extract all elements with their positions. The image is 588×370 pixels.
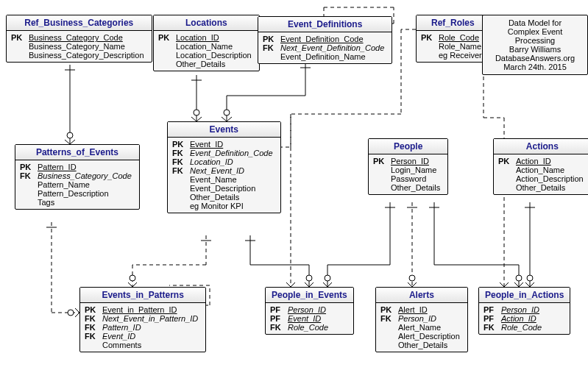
entity-actions: Actions PKAction_IDAction_NameAction_Des… xyxy=(493,138,588,195)
attribute-key xyxy=(18,180,38,189)
attribute-key xyxy=(18,198,38,207)
attribute-name: Event_ID xyxy=(288,314,325,323)
attribute-name: Other_Details xyxy=(398,341,452,349)
attribute-name: Password xyxy=(391,174,431,183)
attribute-row: PFEvent_ID xyxy=(269,314,350,323)
attribute-row: PKPerson_ID xyxy=(372,157,444,166)
entity-events-in-patterns: Events_in_Patterns PKEvent_in_Pattern_ID… xyxy=(79,287,206,352)
entity-people: People PKPerson_IDLogin_NamePasswordOthe… xyxy=(368,138,448,195)
attribute-name: Person_ID xyxy=(391,157,433,166)
svg-point-57 xyxy=(527,275,533,281)
attribute-name: Action_ID xyxy=(501,314,541,323)
attribute-key: PF xyxy=(269,314,288,323)
entity-body: PKBusiness_Category_CodeBusiness_Categor… xyxy=(7,31,152,62)
entity-title: Alerts xyxy=(376,288,467,303)
entity-event-definitions: Event_Definitions PKEvent_Definition_Cod… xyxy=(258,16,392,64)
svg-point-26 xyxy=(68,310,74,316)
attribute-key xyxy=(261,52,280,61)
attribute-row: eg Receiver xyxy=(419,51,486,60)
attribute-row: Login_Name xyxy=(372,166,444,174)
attribute-key: PK xyxy=(497,157,516,166)
attribute-key: PK xyxy=(261,35,280,43)
attribute-key: PK xyxy=(157,33,176,42)
attribute-key: FK xyxy=(482,323,501,332)
attribute-name: Role_Code xyxy=(501,323,546,332)
entity-title: Ref_Business_Categories xyxy=(7,15,152,31)
svg-point-46 xyxy=(325,275,330,281)
attribute-key: PF xyxy=(482,305,501,314)
info-line: DatabaseAnswers.org xyxy=(487,54,583,63)
attribute-key xyxy=(419,51,439,60)
entity-body: PKEvent_in_Pattern_IDFKNext_Event_in_Pat… xyxy=(80,303,205,352)
entity-events: Events PKEvent_IDFKEvent_Definition_Code… xyxy=(167,121,281,213)
entity-body: PFPerson_IDPFAction_IDFKRole_Code xyxy=(479,303,570,334)
entity-locations: Locations PKLocation_IDLocation_NameLoca… xyxy=(153,15,260,71)
attribute-name: Pattern_Name xyxy=(38,180,94,189)
attribute-row: FKNext_Event_Definition_Code xyxy=(261,43,389,52)
attribute-name: Person_ID xyxy=(288,305,330,314)
attribute-row: Event_Name xyxy=(171,175,277,184)
attribute-row: PKPattern_ID xyxy=(18,163,136,171)
attribute-row: FKNext_Event_in_Pattern_ID xyxy=(83,314,202,323)
attribute-key xyxy=(18,189,38,198)
svg-point-41 xyxy=(306,275,312,281)
entity-body: PKEvent_Definition_CodeFKNext_Event_Defi… xyxy=(258,32,392,63)
attribute-row: Role_Name xyxy=(419,42,486,51)
attribute-row: Password xyxy=(372,174,444,183)
attribute-name: Event_ID xyxy=(190,140,227,149)
attribute-row: Other_Details xyxy=(497,183,588,192)
attribute-name: Event_Definition_Name xyxy=(280,52,370,61)
info-box: Data Model for Complex Event Processing … xyxy=(482,15,588,75)
attribute-row: Business_Category_Description xyxy=(10,51,149,60)
entity-title: Event_Definitions xyxy=(258,17,392,32)
attribute-name: Business_Category_Code xyxy=(38,171,136,180)
attribute-row: FKPattern_ID xyxy=(83,323,202,332)
attribute-row: PKLocation_ID xyxy=(157,33,256,42)
attribute-key: FK xyxy=(83,314,102,323)
attribute-row: Event_Description xyxy=(171,184,277,193)
attribute-row: Business_Category_Name xyxy=(10,42,149,51)
attribute-name: Other_Details xyxy=(391,183,444,192)
attribute-row: FKLocation_ID xyxy=(171,157,277,166)
entity-people-in-actions: People_in_Actions PFPerson_IDPFAction_ID… xyxy=(478,287,570,335)
attribute-key: PK xyxy=(379,305,398,314)
entity-title: People xyxy=(369,139,447,154)
attribute-row: FKRole_Code xyxy=(482,323,567,332)
attribute-name: Action_ID xyxy=(516,157,556,166)
entity-body: PKRole_CodeRole_Nameeg Receiver xyxy=(417,31,489,62)
attribute-key: FK xyxy=(18,171,38,180)
attribute-row: Comments xyxy=(83,341,202,349)
attribute-name: Next_Event_Definition_Code xyxy=(280,43,389,52)
attribute-key xyxy=(171,202,190,210)
entity-body: PKLocation_IDLocation_NameLocation_Descr… xyxy=(154,31,259,71)
attribute-name: Event_Definition_Code xyxy=(280,35,368,43)
attribute-row: PFAction_ID xyxy=(482,314,567,323)
attribute-row: Other_Details xyxy=(157,60,256,68)
attribute-row: FKEvent_Definition_Code xyxy=(171,149,277,157)
attribute-key xyxy=(379,341,398,349)
attribute-name: Pattern_Description xyxy=(38,189,113,198)
info-line: Complex Event Processing xyxy=(487,27,583,45)
svg-point-5 xyxy=(194,110,199,115)
attribute-name: eg Monitor KPI xyxy=(190,202,248,210)
attribute-key xyxy=(497,183,516,192)
attribute-row: PKAction_ID xyxy=(497,157,588,166)
attribute-name: Event_in_Pattern_ID xyxy=(102,305,182,314)
attribute-name: Person_ID xyxy=(398,314,441,323)
attribute-row: PKBusiness_Category_Code xyxy=(10,33,149,42)
attribute-name: Event_ID xyxy=(102,332,140,341)
attribute-key: PK xyxy=(419,33,439,42)
attribute-row: PFPerson_ID xyxy=(482,305,567,314)
attribute-row: Other_Details xyxy=(171,193,277,202)
attribute-key: PK xyxy=(18,163,38,171)
attribute-name: Other_Details xyxy=(176,60,230,68)
attribute-key xyxy=(157,42,176,51)
attribute-name: Business_Category_Description xyxy=(29,51,149,60)
svg-point-10 xyxy=(224,110,230,115)
attribute-key xyxy=(497,166,516,174)
attribute-key: PK xyxy=(83,305,102,314)
attribute-key xyxy=(171,193,190,202)
attribute-row: Alert_Name xyxy=(379,323,464,332)
entity-title: People_in_Events xyxy=(266,288,353,303)
attribute-key: FK xyxy=(83,332,102,341)
